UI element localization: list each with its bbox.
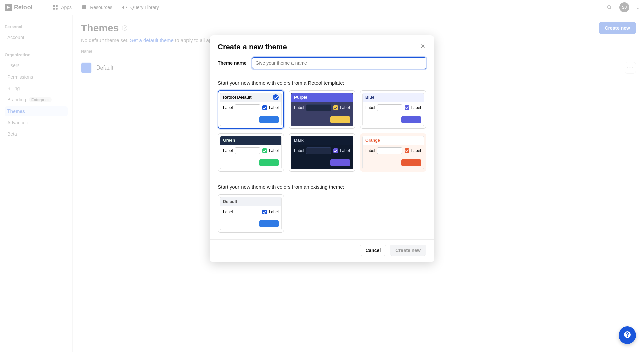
card-label: Label	[269, 105, 279, 110]
template-card-dark[interactable]: Dark Label Label	[289, 133, 355, 172]
close-icon[interactable]: ✕	[418, 42, 427, 51]
card-label: Label	[269, 210, 279, 214]
input-mock	[377, 147, 402, 154]
card-label: Label	[269, 148, 279, 153]
template-card-green[interactable]: Green Label Label	[218, 133, 284, 172]
template-card-orange[interactable]: Orange Label Label	[360, 133, 426, 172]
card-label: Label	[365, 148, 375, 153]
input-mock	[377, 104, 402, 111]
button-mock	[259, 159, 279, 166]
selected-check-icon	[273, 94, 279, 100]
card-label: Label	[294, 148, 304, 153]
checkbox-mock-icon	[405, 148, 409, 153]
template-name: Retool Default	[220, 93, 281, 102]
template-card-retool-default[interactable]: Retool Default Label Label	[218, 90, 284, 129]
template-name: Blue	[363, 93, 424, 102]
input-mock	[235, 209, 260, 215]
theme-name-input[interactable]	[252, 57, 426, 69]
template-card-purple[interactable]: Purple Label Label	[289, 90, 355, 129]
card-label: Label	[340, 105, 350, 110]
card-label: Label	[294, 105, 304, 110]
button-mock	[330, 159, 350, 166]
card-label: Label	[340, 148, 350, 153]
template-name: Orange	[363, 136, 424, 145]
card-label: Label	[223, 148, 233, 153]
checkbox-mock-icon	[262, 148, 267, 153]
template-name: Dark	[291, 136, 353, 145]
card-label: Label	[223, 105, 233, 110]
modal-title: Create a new theme	[218, 43, 287, 51]
help-icon	[623, 331, 631, 340]
checkbox-mock-icon	[333, 148, 338, 153]
button-mock	[330, 116, 350, 123]
existing-theme-name: Default	[220, 197, 281, 206]
checkbox-mock-icon	[405, 105, 409, 110]
help-fab[interactable]	[619, 326, 636, 344]
card-label: Label	[365, 105, 375, 110]
card-label: Label	[411, 105, 421, 110]
input-mock	[306, 147, 331, 154]
modal-overlay: Create a new theme ✕ Theme name Start yo…	[0, 0, 644, 352]
input-mock	[235, 104, 260, 111]
template-name: Green	[220, 136, 281, 145]
input-mock	[306, 104, 331, 111]
checkbox-mock-icon	[262, 210, 267, 214]
checkbox-mock-icon	[333, 105, 338, 110]
button-mock	[401, 159, 421, 166]
card-label: Label	[223, 210, 233, 214]
button-mock	[401, 116, 421, 123]
button-mock	[259, 220, 279, 227]
theme-name-label: Theme name	[218, 60, 247, 66]
existing-section-title: Start your new theme with colors from an…	[218, 184, 426, 190]
templates-section-title: Start your new theme with colors from a …	[218, 80, 426, 86]
create-theme-modal: Create a new theme ✕ Theme name Start yo…	[210, 35, 434, 262]
button-mock	[259, 116, 279, 123]
template-card-blue[interactable]: Blue Label Label	[360, 90, 426, 129]
template-name: Purple	[291, 93, 353, 102]
checkbox-mock-icon	[262, 105, 267, 110]
card-label: Label	[411, 148, 421, 153]
input-mock	[235, 147, 260, 154]
modal-create-new-button[interactable]: Create new	[390, 245, 426, 256]
modal-footer: Cancel Create new	[210, 239, 434, 262]
cancel-button[interactable]: Cancel	[360, 245, 386, 256]
existing-theme-card-default[interactable]: Default Label Label	[218, 194, 284, 233]
